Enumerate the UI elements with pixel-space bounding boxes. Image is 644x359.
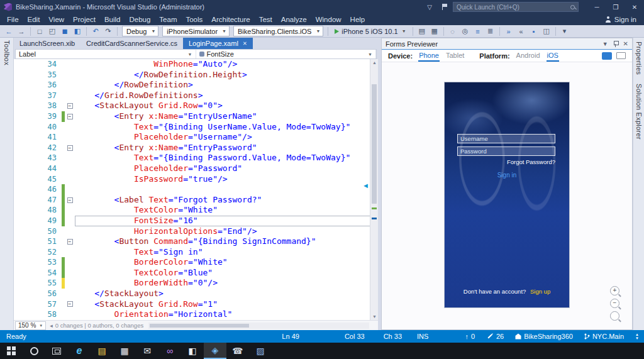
zoom-fit-icon[interactable]	[610, 311, 619, 321]
taskbar-app-mail[interactable]: ✉	[136, 343, 158, 359]
menu-team[interactable]: Team	[155, 15, 181, 24]
call-hierarchy-icon[interactable]: ◫	[541, 26, 552, 36]
code-text[interactable]: IsPassword="true"/>	[75, 174, 378, 185]
zoom-in-icon[interactable]: +	[610, 286, 619, 295]
code-text[interactable]: Text="{Binding UserName.Value, Mode=TwoW…	[75, 122, 378, 133]
code-line-54[interactable]: 54TextColor="Blue"	[14, 268, 378, 279]
code-text[interactable]: BorderColor="White"	[75, 257, 378, 268]
start-button[interactable]	[0, 343, 23, 359]
taskbar-app-visual-studio[interactable]: ∞	[158, 343, 181, 359]
username-field[interactable]: Username	[457, 134, 555, 143]
open-file-icon[interactable]: ◰	[47, 26, 58, 36]
undo-icon[interactable]: ↶	[90, 26, 101, 36]
tab-close-icon[interactable]: ✕	[243, 40, 247, 47]
taskbar-app-phone[interactable]: ☎	[226, 343, 249, 359]
platform-dropdown[interactable]: iPhoneSimulator▼	[162, 26, 230, 36]
forgot-password-link[interactable]: Forgot Password?	[507, 158, 555, 165]
phone-sign-in-button[interactable]: Sign in	[445, 172, 569, 179]
code-text[interactable]: <StackLayout Grid.Row="1"	[75, 299, 378, 310]
code-line-56[interactable]: 56</StackLayout>	[14, 289, 378, 299]
scroll-up-icon[interactable]: ▲	[370, 59, 378, 66]
code-text[interactable]: <StackLayout Grid.Row="0">	[75, 101, 378, 111]
pending-edits-indicator[interactable]: 26	[486, 333, 504, 340]
repository-indicator[interactable]: BikeSharing360	[515, 333, 573, 340]
code-text[interactable]: Placeholder="Username"/>	[75, 132, 378, 143]
close-button[interactable]: ✕	[625, 0, 644, 14]
code-line-35[interactable]: 35</RowDefinition.Height>	[14, 70, 378, 80]
password-field[interactable]: Password	[457, 146, 555, 156]
close-icon[interactable]: ✕	[623, 40, 628, 47]
code-text[interactable]: <Label Text="Forgot Password?"	[75, 195, 378, 206]
fold-marker[interactable]: −	[65, 236, 75, 247]
new-file-icon[interactable]: □	[34, 26, 45, 36]
tab-loginpage.xaml[interactable]: LoginPage.xaml✕	[183, 38, 253, 49]
menu-project[interactable]: Project	[69, 15, 100, 24]
horizontal-scrollbar-thumb[interactable]	[150, 324, 249, 328]
quick-launch-input[interactable]: Quick Launch (Ctrl+Q)	[453, 2, 579, 12]
code-line-55[interactable]: 55BorderWidth="0"/>	[14, 278, 378, 289]
device-option-phone[interactable]: Phone	[418, 50, 440, 62]
toolbar-options-icon[interactable]: ▾	[559, 26, 570, 36]
find-icon[interactable]: ◌	[447, 26, 458, 36]
uncomment-icon[interactable]: ≣	[485, 26, 496, 36]
code-text[interactable]: BorderWidth="0"/>	[75, 278, 378, 289]
code-line-49[interactable]: 49FontSize="16"	[14, 216, 378, 226]
minimize-button[interactable]: ─	[587, 0, 606, 14]
code-line-40[interactable]: 40Text="{Binding UserName.Value, Mode=Tw…	[14, 122, 378, 133]
code-text[interactable]: FontSize="16"	[75, 216, 378, 226]
menu-architecture[interactable]: Architecture	[207, 15, 254, 24]
code-line-53[interactable]: 53BorderColor="White"	[14, 257, 378, 268]
vertical-scrollbar-thumb[interactable]	[372, 84, 377, 204]
fold-marker[interactable]: −	[65, 101, 75, 111]
device-option-tablet[interactable]: Tablet	[445, 50, 465, 62]
code-text[interactable]: <Entry x:Name="EntryPassword"	[75, 143, 378, 153]
code-line-57[interactable]: 57−<StackLayout Grid.Row="1"	[14, 299, 378, 310]
navigate-backward-icon[interactable]: ←	[3, 26, 14, 36]
navigate-forward-icon[interactable]: →	[16, 26, 27, 36]
taskbar-app-edge[interactable]: e	[68, 343, 91, 359]
comment-icon[interactable]: ≡	[472, 26, 484, 36]
code-line-58[interactable]: 58Orientation="Horizontal"	[14, 309, 378, 320]
code-text[interactable]	[75, 184, 378, 195]
collapse-icon[interactable]: −	[67, 103, 73, 109]
save-all-icon[interactable]: ◧	[72, 26, 83, 36]
code-line-46[interactable]: 46	[14, 184, 378, 195]
device-frame-icon[interactable]	[602, 52, 612, 60]
collapse-icon[interactable]: −	[67, 114, 73, 119]
fold-marker[interactable]: −	[65, 299, 75, 310]
properties-window-icon[interactable]: ▦	[429, 26, 440, 36]
menu-window[interactable]: Window	[311, 15, 346, 24]
code-line-37[interactable]: 37</Grid.RowDefinitions>	[14, 91, 378, 101]
collapse-icon[interactable]: −	[67, 301, 73, 307]
branch-indicator[interactable]: NYC.Main	[584, 333, 624, 340]
zoom-out-icon[interactable]: −	[610, 299, 619, 308]
platform-option-android[interactable]: Android	[516, 50, 541, 62]
menu-test[interactable]: Test	[255, 15, 277, 24]
code-text[interactable]: Text="{Binding Password.Value, Mode=TwoW…	[75, 153, 378, 163]
menu-help[interactable]: Help	[346, 15, 370, 24]
type-dropdown[interactable]: Label ▼	[16, 50, 196, 58]
feedback-icon[interactable]: ▽	[427, 4, 432, 11]
code-text[interactable]: Placeholder="Password"	[75, 163, 378, 174]
redo-icon[interactable]: ↷	[103, 26, 114, 36]
code-text[interactable]: </RowDefinition>	[75, 80, 378, 91]
menu-analyze[interactable]: Analyze	[277, 15, 311, 24]
start-debugging-button[interactable]: iPhone 5 iOS 10.1 ▼	[331, 26, 409, 36]
code-line-34[interactable]: 34WinPhone="Auto"/>	[14, 59, 378, 70]
publish-arrows-icon[interactable]: ▲▼	[635, 333, 639, 340]
editor-horizontal-scrollbar[interactable]	[148, 323, 369, 329]
code-line-47[interactable]: 47−<Label Text="Forgot Password?"	[14, 195, 378, 206]
taskbar-app-file-explorer[interactable]: ▤	[91, 343, 113, 359]
fold-marker[interactable]: −	[65, 143, 75, 153]
code-line-38[interactable]: 38−<StackLayout Grid.Row="0">	[14, 101, 378, 111]
code-line-45[interactable]: 45IsPassword="true"/>	[14, 174, 378, 185]
code-line-48[interactable]: 48TextColor="White"	[14, 205, 378, 216]
code-text[interactable]: <Entry x:Name="EntryUserName"	[75, 111, 378, 122]
scroll-left-icon[interactable]: ◂	[47, 323, 55, 329]
editor-vertical-scrollbar[interactable]: ▲ ▼	[370, 59, 378, 320]
indent-icon[interactable]: »	[503, 26, 514, 36]
code-text[interactable]: TextColor="White"	[75, 205, 378, 216]
member-dropdown[interactable]: FontSize ▼	[196, 50, 377, 58]
menu-debug[interactable]: Debug	[125, 15, 155, 24]
code-text[interactable]: Text="Sign in"	[75, 247, 378, 258]
